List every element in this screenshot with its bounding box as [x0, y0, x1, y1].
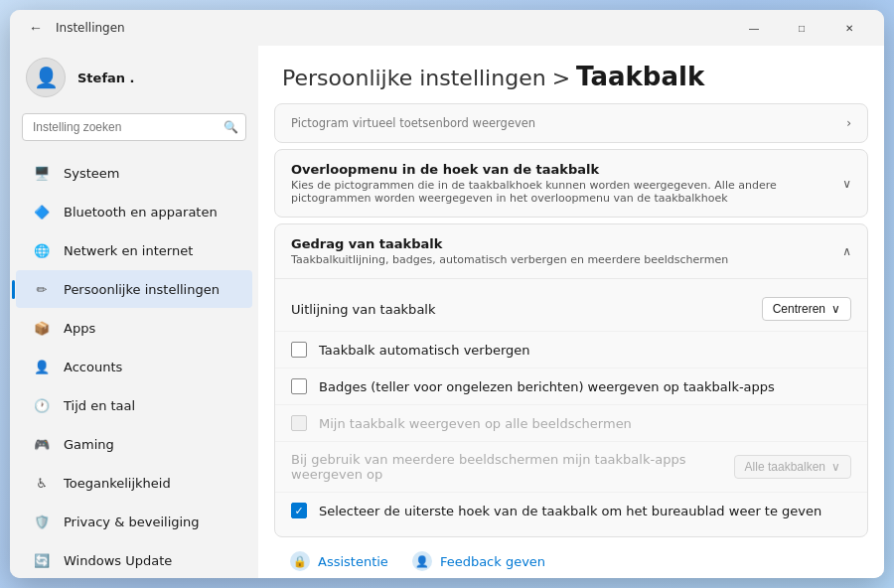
main-content: Persoonlijke instellingen > Taakbalk Pic… — [258, 46, 884, 578]
bluetooth-icon: 🔷 — [32, 202, 52, 221]
virtual-keyboard-row[interactable]: Pictogram virtueel toetsenbord weergeven… — [274, 103, 868, 143]
setting-row-badges: Badges (teller voor ongelezen berichten)… — [275, 368, 867, 405]
sections-container: Overloopmenu in de hoek van de taakbalk … — [274, 149, 868, 537]
tijd-icon: 🕐 — [32, 395, 52, 415]
setting-label-badges: Badges (teller voor ongelezen berichten)… — [319, 379, 851, 394]
avatar: 👤 — [26, 58, 66, 97]
breadcrumb: Persoonlijke instellingen — [282, 66, 546, 90]
footer-link-feedback[interactable]: 👤 Feedback geven — [412, 551, 545, 571]
sidebar-label-windows_update: Windows Update — [64, 553, 172, 568]
sidebar-label-bluetooth: Bluetooth en apparaten — [64, 205, 218, 220]
title-bar: ← Instellingen — □ ✕ — [10, 10, 884, 46]
setting-row-allescreens: Mijn taakbalk weergeven op alle beeldsch… — [275, 405, 867, 442]
sidebar-label-systeem: Systeem — [64, 166, 119, 181]
nav-list: 🖥️ Systeem 🔷 Bluetooth en apparaten 🌐 Ne… — [10, 153, 258, 578]
footer-icon-assistentie: 🔒 — [290, 551, 310, 571]
back-button[interactable]: ← — [22, 14, 50, 42]
setting-label-meerdere: Bij gebruik van meerdere beeldschermen m… — [291, 452, 722, 482]
netwerk-icon: 🌐 — [32, 240, 52, 260]
sidebar-label-tijd: Tijd en taal — [64, 398, 135, 413]
checkbox-autohide[interactable] — [291, 342, 307, 358]
sidebar-item-systeem[interactable]: 🖥️ Systeem — [16, 154, 252, 192]
sidebar-label-apps: Apps — [64, 321, 95, 336]
section-subtitle-gedrag: Taakbalkuitlijning, badges, automatisch … — [291, 253, 728, 266]
section-gedrag: Gedrag van taakbalk Taakbalkuitlijning, … — [274, 223, 868, 537]
sidebar-item-accounts[interactable]: 👤 Accounts — [16, 348, 252, 385]
section-chevron-overloopmenu: ∨ — [842, 177, 851, 191]
setting-row-autohide: Taakbalk automatisch verbergen — [275, 332, 867, 368]
minimize-button[interactable]: — — [731, 13, 777, 43]
app-title: Instellingen — [56, 21, 125, 35]
sidebar-label-toegankelijkheid: Toegankelijkheid — [64, 476, 171, 491]
sidebar-item-tijd[interactable]: 🕐 Tijd en taal — [16, 386, 252, 424]
settings-window: ← Instellingen — □ ✕ 👤 Stefan . 🔍 🖥️ Sys… — [10, 10, 884, 578]
setting-row-hoek: Selecteer de uiterste hoek van de taakba… — [275, 493, 867, 528]
window-controls: — □ ✕ — [731, 13, 872, 43]
sidebar-item-privacy[interactable]: 🛡️ Privacy & beveiliging — [16, 503, 252, 540]
section-title-gedrag: Gedrag van taakbalk — [291, 236, 728, 251]
sidebar-label-accounts: Accounts — [64, 360, 122, 374]
windows_update-icon: 🔄 — [32, 550, 52, 570]
sidebar-label-netwerk: Netwerk en internet — [64, 243, 193, 258]
search-box: 🔍 — [22, 113, 246, 141]
username: Stefan . — [77, 71, 135, 85]
sidebar: 👤 Stefan . 🔍 🖥️ Systeem 🔷 Bluetooth en a… — [10, 46, 258, 578]
sidebar-item-bluetooth[interactable]: 🔷 Bluetooth en apparaten — [16, 193, 252, 230]
virtual-keyboard-chevron: › — [846, 116, 851, 130]
user-section: 👤 Stefan . — [10, 46, 258, 109]
search-icon: 🔍 — [224, 120, 238, 134]
sidebar-label-persoonlijk: Persoonlijke instellingen — [64, 282, 220, 297]
systeem-icon: 🖥️ — [32, 163, 52, 183]
setting-label-allescreens: Mijn taakbalk weergeven op alle beeldsch… — [319, 416, 851, 431]
footer-link-assistentie[interactable]: 🔒 Assistentie — [290, 551, 388, 571]
footer-label-assistentie: Assistentie — [318, 554, 388, 569]
accounts-icon: 👤 — [32, 357, 52, 376]
close-button[interactable]: ✕ — [826, 13, 872, 43]
checkbox-hoek[interactable] — [291, 503, 307, 518]
checkbox-allescreens — [291, 415, 307, 431]
page-title: Taakbalk — [576, 62, 704, 91]
page-header: Persoonlijke instellingen > Taakbalk — [258, 46, 884, 103]
search-input[interactable] — [22, 113, 246, 141]
section-chevron-gedrag: ∧ — [842, 244, 851, 258]
privacy-icon: 🛡️ — [32, 512, 52, 531]
setting-row-meerdere: Bij gebruik van meerdere beeldschermen m… — [275, 442, 867, 493]
sidebar-item-persoonlijk[interactable]: ✏️ Persoonlijke instellingen — [16, 270, 252, 308]
dropdown-chevron-uitlijning: ∨ — [831, 302, 840, 316]
section-header-gedrag[interactable]: Gedrag van taakbalk Taakbalkuitlijning, … — [275, 224, 867, 278]
dropdown-uitlijning[interactable]: Centreren ∨ — [762, 297, 851, 321]
content-area: 👤 Stefan . 🔍 🖥️ Systeem 🔷 Bluetooth en a… — [10, 46, 884, 578]
setting-label-autohide: Taakbalk automatisch verbergen — [319, 343, 851, 358]
sidebar-item-gaming[interactable]: 🎮 Gaming — [16, 425, 252, 463]
sidebar-item-toegankelijkheid[interactable]: ♿ Toegankelijkheid — [16, 464, 252, 502]
apps-icon: 📦 — [32, 318, 52, 338]
setting-row-uitlijning: Uitlijning van taakbalkCentreren ∨ — [275, 287, 867, 332]
sidebar-label-gaming: Gaming — [64, 437, 114, 452]
settings-content: Pictogram virtueel toetsenbord weergeven… — [258, 103, 884, 578]
checkbox-badges[interactable] — [291, 378, 307, 394]
toegankelijkheid-icon: ♿ — [32, 473, 52, 493]
sidebar-item-windows_update[interactable]: 🔄 Windows Update — [16, 541, 252, 578]
section-title-overloopmenu: Overloopmenu in de hoek van de taakbalk — [291, 162, 842, 177]
persoonlijk-icon: ✏️ — [32, 279, 52, 299]
section-header-text-gedrag: Gedrag van taakbalk Taakbalkuitlijning, … — [291, 236, 728, 266]
section-subtitle-overloopmenu: Kies de pictogrammen die in de taakbalkh… — [291, 179, 842, 205]
section-overloopmenu: Overloopmenu in de hoek van de taakbalk … — [274, 149, 868, 218]
footer-links: 🔒 Assistentie 👤 Feedback geven — [274, 543, 868, 571]
virtual-keyboard-label: Pictogram virtueel toetsenbord weergeven — [291, 116, 535, 130]
section-body-gedrag: Uitlijning van taakbalkCentreren ∨Taakba… — [275, 278, 867, 536]
setting-label-uitlijning: Uitlijning van taakbalk — [291, 302, 750, 317]
section-header-overloopmenu[interactable]: Overloopmenu in de hoek van de taakbalk … — [275, 150, 867, 217]
dropdown-chevron-meerdere: ∨ — [831, 460, 840, 474]
footer-icon-feedback: 👤 — [412, 551, 432, 571]
sidebar-label-privacy: Privacy & beveiliging — [64, 514, 200, 529]
dropdown-meerdere: Alle taakbalken ∨ — [734, 455, 851, 479]
sidebar-item-apps[interactable]: 📦 Apps — [16, 309, 252, 347]
gaming-icon: 🎮 — [32, 434, 52, 454]
setting-label-hoek: Selecteer de uiterste hoek van de taakba… — [319, 504, 851, 518]
footer-label-feedback: Feedback geven — [440, 554, 545, 569]
breadcrumb-separator: > — [552, 66, 570, 90]
section-header-text-overloopmenu: Overloopmenu in de hoek van de taakbalk … — [291, 162, 842, 205]
sidebar-item-netwerk[interactable]: 🌐 Netwerk en internet — [16, 231, 252, 269]
maximize-button[interactable]: □ — [779, 13, 824, 43]
